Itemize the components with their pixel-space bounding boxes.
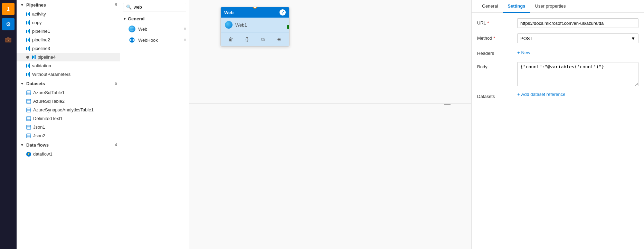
dataset-icon [26, 125, 31, 130]
pipeline-icon [26, 20, 30, 25]
dataflow-icon: ⚡ [26, 152, 31, 157]
minus-icon: — [444, 101, 451, 108]
node-code-button[interactable]: {} [242, 34, 252, 44]
drag-handle-icon: ⠿ [184, 38, 186, 42]
pipeline-item-pipeline3[interactable]: pipeline3 [17, 44, 120, 53]
search-box[interactable]: 🔍 [123, 3, 186, 11]
activity-item-web[interactable]: Web ⠿ [120, 23, 189, 34]
dataset-item-azuresqltable1[interactable]: AzureSqlTable1 [17, 88, 120, 97]
tab-user-properties[interactable]: User properties [530, 0, 571, 13]
dataset-item-json1[interactable]: Json1 [17, 123, 120, 131]
pipeline-item-label: pipeline4 [38, 54, 56, 60]
node-link-button[interactable]: ⊕ [274, 34, 284, 44]
general-section-header[interactable]: ▼ General [120, 14, 189, 23]
pipeline-item-label: pipeline3 [32, 46, 50, 51]
activity-item-web-left: Web [129, 26, 148, 32]
pipeline-item-label: validation [32, 63, 51, 68]
dataset-icon [26, 90, 31, 95]
pipeline-item-label: activity [32, 11, 46, 17]
dataflow-item-dataflow1[interactable]: ⚡ dataflow1 [17, 150, 120, 158]
pipeline-item-label: pipeline1 [32, 29, 50, 34]
add-dataset-button[interactable]: + Add dataset reference [517, 92, 566, 97]
pipeline-item-label: WithoutParameters [32, 72, 70, 77]
tab-settings[interactable]: Settings [503, 0, 530, 13]
pipelines-label: Pipelines [26, 2, 46, 8]
node-copy-button[interactable]: ⧉ [258, 34, 268, 44]
dataset-icon [26, 133, 31, 138]
datasets-chevron: ▼ [19, 81, 25, 86]
dataset-item-delimitedtext[interactable]: DelimitedText1 [17, 114, 120, 123]
web-node-title: Web [224, 10, 234, 15]
web-node[interactable]: Web ✓ Web1 🗑 {} ⧉ ⊕ [220, 7, 290, 47]
svg-rect-0 [27, 91, 31, 95]
pipeline-icon [26, 46, 30, 51]
datasets-label: Datasets [477, 92, 512, 99]
web-globe-icon [129, 26, 135, 32]
briefcase-icon[interactable]: 💼 [2, 33, 15, 46]
dataflows-label: Data flows [26, 142, 49, 148]
body-row: Body {"count":"@variables('count')"} [477, 62, 638, 86]
pipelines-count: 8 [115, 2, 117, 7]
method-select[interactable]: POST ▼ [517, 33, 638, 43]
svg-rect-8 [27, 108, 31, 112]
method-chevron-icon: ▼ [631, 36, 635, 41]
pipeline-icon [32, 55, 36, 59]
pipelines-section-header[interactable]: ▼ Pipelines 8 [17, 0, 120, 10]
activity-item-webhook-left: WebHook [129, 37, 158, 43]
search-input[interactable] [134, 4, 183, 10]
svg-rect-16 [27, 125, 31, 129]
dataset-item-label: DelimitedText1 [33, 116, 63, 121]
tab-general[interactable]: General [477, 0, 503, 13]
method-value: POST [520, 36, 532, 41]
svg-rect-20 [27, 134, 31, 138]
active-dot [26, 56, 29, 59]
dataset-item-json2[interactable]: Json2 [17, 131, 120, 140]
pipeline-icon [26, 72, 30, 77]
plus-icon: + [517, 92, 520, 97]
headers-new-button[interactable]: + New [517, 49, 530, 57]
body-label: Body [477, 62, 512, 69]
pipeline-item-pipeline2[interactable]: pipeline2 [17, 36, 120, 44]
pipeline-item-pipeline1[interactable]: pipeline1 [17, 27, 120, 36]
url-row: URL * [477, 18, 638, 28]
dataset-item-label: AzureSqlTable2 [33, 99, 65, 104]
pipeline-icon [26, 12, 30, 16]
headers-label: Headers [477, 49, 512, 56]
svg-point-31 [131, 39, 133, 41]
dataset-item-label: AzureSynapseAnalyticsTable1 [33, 107, 94, 112]
search-icon: 🔍 [126, 4, 132, 10]
pipeline-item-validation[interactable]: validation [17, 61, 120, 70]
plus-icon: + [517, 50, 520, 55]
headers-row: Headers + New [477, 49, 638, 57]
dataflows-section-header[interactable]: ▼ Data flows 4 [17, 140, 120, 150]
dataset-icon [26, 116, 31, 121]
node-delete-button[interactable]: 🗑 [226, 34, 236, 44]
dataset-item-azuresynapse[interactable]: AzureSynapseAnalyticsTable1 [17, 106, 120, 114]
web-node-header: Web ✓ [221, 7, 289, 18]
pipeline-item-label: pipeline2 [32, 37, 50, 42]
drag-handle-icon: ⠿ [184, 27, 186, 31]
activity-item-webhook[interactable]: WebHook ⠿ [120, 34, 189, 46]
method-row: Method * POST ▼ [477, 33, 638, 43]
pipeline-item-pipeline4[interactable]: pipeline4 [17, 53, 120, 61]
settings-content: URL * Method * POST ▼ Headers + New [472, 13, 644, 249]
pipeline-item-activity[interactable]: activity [17, 10, 120, 18]
dataflows-chevron: ▼ [19, 142, 25, 148]
canvas-area[interactable]: Web ✓ Web1 🗑 {} ⧉ ⊕ — [189, 0, 471, 249]
pipeline-icon [26, 38, 30, 42]
pipeline-icon [26, 29, 30, 33]
pipeline-item-copy[interactable]: copy [17, 18, 120, 27]
web-node-check-icon: ✓ [280, 9, 286, 16]
datasets-section-header[interactable]: ▼ Datasets 6 [17, 79, 120, 88]
dataset-icon [26, 108, 31, 112]
monitor-icon[interactable]: ⚙ [2, 18, 15, 30]
dataflow-item-label: dataflow1 [33, 151, 53, 157]
url-input[interactable] [517, 18, 638, 28]
pipeline-item-withoutparams[interactable]: WithoutParameters [17, 70, 120, 79]
activity-item-label: Web [138, 27, 148, 32]
settings-panel: General Settings User properties URL * M… [471, 0, 644, 249]
pipelines-chevron: ▼ [19, 2, 25, 8]
dataset-item-azuresqltable2[interactable]: AzureSqlTable2 [17, 97, 120, 106]
body-textarea[interactable]: {"count":"@variables('count')"} [517, 62, 638, 86]
activity-item-label: WebHook [138, 38, 158, 43]
